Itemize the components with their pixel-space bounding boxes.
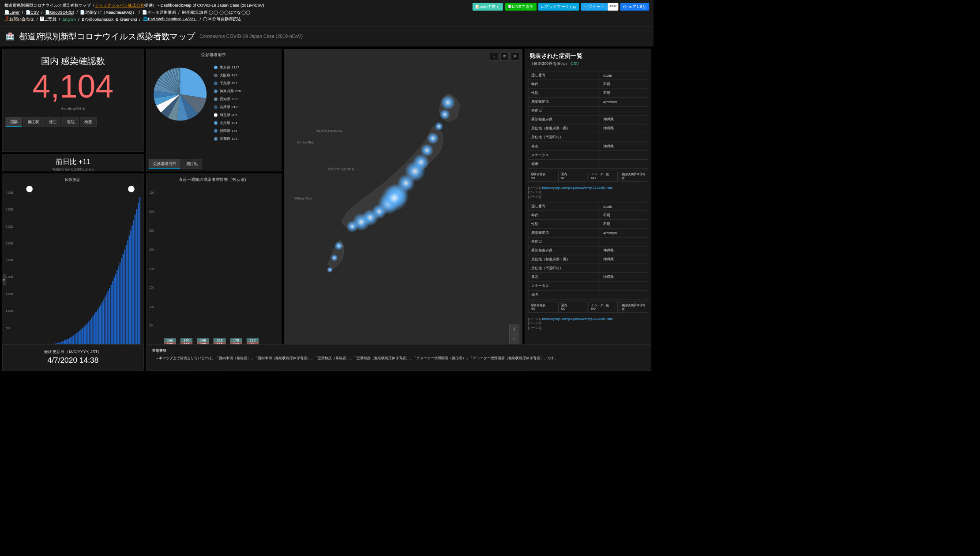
map-list-icon[interactable]: ☰ xyxy=(500,52,509,60)
cases-subtitle: （最新300件を表示） xyxy=(529,61,569,66)
japan-map xyxy=(313,79,492,288)
legend-item: 福岡県 176 xyxy=(214,128,277,133)
counter-panel: 国内 感染確認数 4,104 *PCR検査陽性者 感染無症状死亡退院検査 xyxy=(2,49,143,152)
map-label-ys: Yellow Sea xyxy=(294,196,312,200)
svg-point-16 xyxy=(331,254,338,261)
map-grid-icon[interactable]: ⊞ xyxy=(511,52,519,60)
weekly-panel: 直近一週間の感染者増加数（男女別） 4003503002502001501005… xyxy=(146,174,282,371)
pie-chart xyxy=(151,65,210,124)
page-subtitle: Coronavirus COVID-19 Japan Case (2019-nC… xyxy=(199,34,303,39)
cases-panel: 発表された症例一覧 （最新300件を表示） CSV 通し番号4,106年代不明性… xyxy=(525,49,651,371)
map-panel[interactable]: ⌂ ☰ ⊞ NORTH KOREA SOUTH KOREA Korea Bay … xyxy=(284,49,522,371)
toolbar-link[interactable]: 📄CSV xyxy=(26,10,39,15)
svg-point-3 xyxy=(427,132,439,144)
legend-item: 京都府 133 xyxy=(214,136,277,141)
tab[interactable]: 無症状 xyxy=(23,117,44,127)
svg-point-15 xyxy=(334,241,343,250)
app-icon: 🏥 xyxy=(6,32,15,41)
notes-panel: 留意事項 • 本マップ上で症例としているのは、「国内事例（発症者）」「国内事例（… xyxy=(146,344,651,371)
updated-value: 4/7/2020 14:38 xyxy=(7,356,139,365)
svg-point-17 xyxy=(327,267,333,273)
counter-note: *PCR検査陽性者 xyxy=(3,107,143,111)
updated-label: 最終更新日（M/D/YYYY, JST） xyxy=(7,349,139,354)
tab[interactable]: 死亡 xyxy=(45,117,61,127)
legend-item: 愛知県 238 xyxy=(214,97,277,101)
link-inquiry[interactable]: ❓お問い合わせ xyxy=(4,16,34,22)
svg-point-0 xyxy=(440,95,455,110)
company-link[interactable]: ジャッグジャパン株式会社 xyxy=(95,3,144,8)
legend-item: 北海道 194 xyxy=(214,120,277,125)
tab[interactable]: 居住地 xyxy=(182,159,202,169)
svg-point-2 xyxy=(435,122,443,131)
share-line[interactable]: 💬 LINEで送る xyxy=(505,3,537,11)
notes-heading: 留意事項 xyxy=(152,348,645,353)
delta-panel: 前日比 +11 *各種絞り込みとは連動しません *「陽性判明日」を参照しており公… xyxy=(2,154,143,172)
toolbar-link[interactable]: 📄定義など（Readme&FAQ） xyxy=(80,10,136,15)
zoom-out[interactable]: − xyxy=(510,334,519,344)
svg-point-14 xyxy=(381,184,408,211)
pie-panel: 受診都道府県 東京都 1117大阪府 429千葉県 281神奈川県 276愛知県… xyxy=(146,49,282,171)
weekly-title: 直近一週間の感染者増加数（男女別） xyxy=(146,174,281,185)
pie-title: 受診都道府県 xyxy=(146,49,281,60)
share-note[interactable]: 📝 noteで書く xyxy=(472,3,503,11)
svg-point-13 xyxy=(346,221,358,233)
link-donate[interactable]: 🅿ご寄付 xyxy=(40,16,56,22)
map-home-icon[interactable]: ⌂ xyxy=(490,52,498,60)
autoreload-label: ◯30分毎自動再読込 xyxy=(203,16,241,22)
delta-value: 前日比 +11 xyxy=(5,157,141,166)
counter-title: 国内 感染確認数 xyxy=(3,55,143,67)
share-facebook[interactable]: f シェア 1.6万 xyxy=(620,3,649,11)
link-by[interactable]: BY:@oohamazaki & @aimerci xyxy=(82,17,137,22)
source-link[interactable]: https://ryukyushimpo.jp/news/entry-11032… xyxy=(542,186,612,190)
legend-item: 東京都 1117 xyxy=(214,65,277,70)
toolbar-link[interactable]: 📄GeoJSON(B) xyxy=(45,10,74,15)
share-twitter[interactable]: 🐦ツイート xyxy=(581,3,608,11)
cases-csv-link[interactable]: CSV xyxy=(571,61,579,66)
toolbar-link[interactable]: 📄データ活用事例 xyxy=(142,10,176,15)
toolbar-link[interactable]: 📄Layer xyxy=(4,10,20,15)
map-label-ks: Korea Bay xyxy=(297,140,314,144)
page-title: 都道府県別新型コロナウイルス感染者数マップ xyxy=(19,31,195,42)
zoom-in[interactable]: + xyxy=(510,325,519,334)
notes-bullet: 本マップ上で症例としているのは、「国内事例（発症者）」「国内事例（無症状病原体保… xyxy=(159,356,558,360)
updated-panel: 最終更新日（M/D/YYYY, JST） 4/7/2020 14:38 xyxy=(2,344,143,371)
legend-item: 埼玉県 205 xyxy=(214,113,277,117)
link-webinar[interactable]: 🌐Esri Web Seminar（4/22） xyxy=(143,16,197,22)
svg-point-1 xyxy=(439,109,450,120)
source-link[interactable]: https://ryukyushimpo.jp/news/entry-11032… xyxy=(542,317,612,320)
link-english[interactable]: English xyxy=(62,17,76,22)
cases-title: 発表された症例一覧 xyxy=(525,49,651,61)
case-table: 通し番号4,106年代不明性別不明感染確定日4/7/2020発症日受診都道府県沖… xyxy=(528,71,648,169)
delta-note1: *各種絞り込みとは連動しません xyxy=(5,167,141,171)
legend-item: 兵庫県 210 xyxy=(214,105,277,109)
tab[interactable]: 感染 xyxy=(6,117,22,127)
legend-item: 千葉県 281 xyxy=(214,81,277,86)
legend-item: 神奈川県 276 xyxy=(214,89,277,94)
twitter-count: 4932 xyxy=(608,3,618,11)
counter-value: 4,104 xyxy=(3,70,143,102)
daily-panel: ▶ 日次累計 4,5004,0003,5003,0002,5002,0001,5… xyxy=(2,174,143,371)
tab[interactable]: 受診都道府県 xyxy=(149,159,180,169)
legend-item: 大阪府 429 xyxy=(214,73,277,78)
daily-title: 日次累計 xyxy=(3,174,143,185)
share-hatena[interactable]: B! ブックマーク 165 xyxy=(538,3,579,11)
case-table: 通し番号4,105年代不明性別不明感染確定日4/7/2020発症日受診都道府県沖… xyxy=(528,202,648,300)
header-title: 都道府県別新型コロナウイルス感染者数マップ（ジャッグジャパン株式会社提供） - … xyxy=(4,3,264,8)
tab[interactable]: 検査 xyxy=(80,117,96,127)
tab[interactable]: 退院 xyxy=(62,117,79,127)
